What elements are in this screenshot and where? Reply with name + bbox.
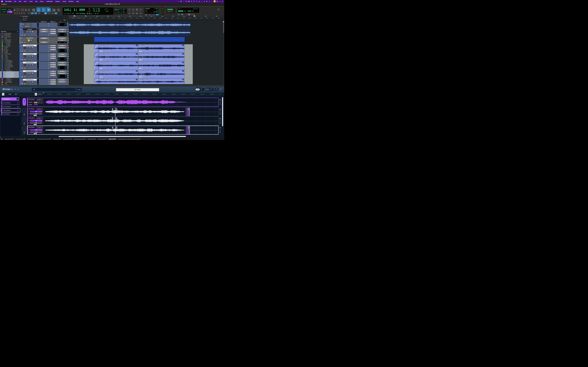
lane-wave-zone[interactable]: ⋮⋮⋮ [43, 108, 218, 116]
time-slider[interactable]: 100 [30, 129, 43, 131]
track-color-chip[interactable] [2, 84, 3, 85]
warp-icon[interactable]: ∿ [22, 26, 23, 27]
zoom-out-arrow[interactable]: ◂ [13, 8, 16, 12]
track-color-chip[interactable] [2, 75, 3, 76]
menu-item-event[interactable]: Event [39, 0, 45, 3]
insert-slot-empty[interactable]: • [39, 40, 40, 41]
tab-rx-spectral-editor[interactable]: RX SPECTRAL EDITOR [36, 138, 52, 140]
sidebar-item-wocka[interactable]: ▸▸Wocka [0, 47, 19, 48]
marker-view-icon[interactable]: ◱ [63, 19, 65, 21]
insert-slot-empty[interactable]: • [39, 83, 40, 84]
strength-value[interactable]: 100% [183, 10, 186, 12]
strip-view-icon[interactable]: ◫▾ [20, 21, 21, 22]
undo-icon[interactable]: ↺ [14, 88, 16, 90]
status-copyright-icon[interactable]: © [196, 0, 198, 2]
trim-tool[interactable]: ⌖ [27, 8, 31, 12]
lane-expand-tab[interactable]: ▼ [34, 124, 37, 125]
sidebar-item-vox-riddim-1[interactable]: ▸▸Vox Riddim 1 [0, 62, 19, 64]
slip-mode-button[interactable]: SLIP [1, 11, 7, 13]
elastic-audio-icon[interactable]: ✱ [21, 23, 22, 25]
io-input[interactable]: no input ▾ [58, 62, 67, 64]
sidebar-item-chorus2[interactable]: ▸▸Chorus2 [0, 69, 19, 70]
segment-handle-left[interactable]: ⋮ [112, 126, 113, 129]
swing-value[interactable]: 86% [192, 10, 194, 12]
sync-lane-a18-endhar-[interactable]: A18 EndHar...SM◄)T100P100▼⋮⋮⋮ [27, 126, 218, 134]
repitch-insert[interactable]: RePitch ▪ [23, 25, 32, 27]
clip-render-icon[interactable]: ≈ [136, 45, 138, 46]
sidebar-item-master-1[interactable]: ΣMaster 1 [0, 84, 19, 85]
grid-zoom-icon[interactable]: ▦ [35, 93, 37, 96]
clip-render-icon[interactable]: ≈ [182, 53, 184, 55]
track-color-chip[interactable] [2, 46, 3, 47]
quantize-grid-value[interactable]: 1/16 note [193, 8, 197, 9]
track-shown-dot[interactable] [1, 39, 1, 40]
count-off-toggle[interactable]: Count Off [145, 8, 150, 9]
send-v-verb[interactable]: V Verb [50, 62, 57, 64]
io-output[interactable]: OUT ⊦ [58, 39, 67, 41]
ref-pill[interactable]: REF 1 › [23, 98, 26, 106]
sync-track-a10-endharm2[interactable]: A10 EndHarm2◎ [1, 97, 19, 100]
strip-token-wave[interactable]: wave [23, 59, 26, 60]
nudge-value[interactable]: 1| 0| 000 [119, 12, 125, 13]
record-arm-button[interactable]: ● [24, 47, 26, 49]
pitch-slider[interactable]: 100 [30, 113, 43, 115]
clip-render-icon[interactable]: ≈ [136, 79, 138, 80]
track-shown-dot[interactable] [1, 60, 1, 61]
io-input[interactable]: no input ▾ [58, 53, 67, 55]
track-shown-dot[interactable] [1, 65, 1, 66]
transport-expand-bottom[interactable] [142, 10, 143, 11]
pitch-slider[interactable]: 100 [30, 122, 43, 124]
automation-follows-button[interactable]: ▭▸ [51, 12, 54, 14]
spot-mode-button[interactable]: SPOT [7, 8, 12, 11]
solo-button[interactable]: S [28, 39, 30, 42]
automation-mode[interactable]: read ▾ [25, 23, 32, 25]
denoise-segmented[interactable]: AutoOffOn [34, 101, 43, 104]
io-input[interactable]: no input ▾ [58, 29, 67, 30]
sync-group-pill[interactable]: 1∨ [23, 108, 26, 113]
zoom-resolution-dropdown[interactable]: 500ms∨ [38, 93, 42, 95]
sidebar-item-v-love[interactable]: ▾V Love [0, 58, 19, 60]
track-shown-dot[interactable] [1, 79, 1, 80]
clip-render-icon[interactable]: ≈ [182, 62, 184, 63]
lane-mute-button[interactable]: M [39, 117, 41, 119]
strip-token-wave[interactable]: wave [23, 34, 26, 36]
vertical-scrollbar-edit[interactable] [223, 15, 224, 85]
track-color-chip[interactable] [2, 44, 3, 45]
sidebar-item-a4-neverknew[interactable]: ▸▸A4 NeverKnew [0, 66, 19, 67]
track-shown-dot[interactable] [1, 58, 1, 58]
solo-button[interactable]: S [29, 47, 31, 49]
grid-value[interactable]: 1| 0| 000 [119, 9, 125, 10]
sidebar-item-a17-speedrap[interactable]: ▸▸A17 SpeedRap [0, 65, 19, 66]
shuffle-mode-button[interactable]: SHUFFLE [1, 8, 7, 11]
sync-track-a11-endharm3[interactable]: A11 EndHarm3◎ [2, 101, 19, 105]
track-color-chip[interactable] [2, 70, 3, 71]
menu-item-view[interactable]: View [22, 0, 28, 3]
sidebar-item-pump-that-shit[interactable]: ↓Pump That Shit [0, 82, 19, 83]
track-shown-dot[interactable] [1, 35, 1, 36]
sidebar-item-block-melody[interactable]: ШBlock Melody [0, 36, 19, 38]
elastic-audio-icon[interactable]: ✱ [22, 50, 23, 52]
strip-a10-endharm2[interactable]: ▼A10 EndHarm2▼●ISM▲✱wavered∿⚯••••aV Verb… [19, 44, 69, 53]
segment-handle-end[interactable]: ⋮ [188, 126, 189, 129]
eye-icon[interactable]: ◎ [17, 106, 19, 108]
sidebar-item-reecey-bass[interactable]: ШReecey Bass [0, 34, 19, 35]
strip-a18-endharm5[interactable]: ▼A18 EndHarm5▼●ISM▲✱wavered∿⚯••••aV Verb… [19, 70, 69, 79]
strip-fades-icon[interactable]: ◔▾ [37, 21, 38, 22]
window-button[interactable]: ⊡ [67, 53, 69, 55]
lane-solo-button[interactable]: S [36, 108, 38, 110]
lane-power-button[interactable] [24, 123, 25, 125]
window-button[interactable]: ⊡ [67, 79, 69, 81]
strip-name[interactable]: A10 EndHarm2 [23, 45, 37, 46]
sidebar-item-kick[interactable]: ▸▸Kick [0, 38, 19, 39]
io-output[interactable]: End Harrms ⊦ [58, 81, 67, 83]
fast-forward-button[interactable]: ▶▶ [135, 12, 139, 14]
ref-sort-icon[interactable]: ↕ [12, 93, 15, 96]
comments-button[interactable]: ≣ [67, 47, 69, 49]
sidebar-item-mix[interactable]: ↓MIX [0, 83, 19, 84]
segment-handle-right[interactable]: ⋮ [116, 117, 117, 119]
tab-wavelab[interactable]: WAVELAB [52, 138, 62, 140]
elastic-audio-icon[interactable]: ✱ [22, 59, 23, 60]
clip-gain-2[interactable]: ⊦ 0 dB [139, 59, 142, 60]
strip-collapse-button[interactable]: ▼ [20, 28, 22, 30]
tracks-header[interactable]: TRACKS▼ [0, 31, 19, 33]
